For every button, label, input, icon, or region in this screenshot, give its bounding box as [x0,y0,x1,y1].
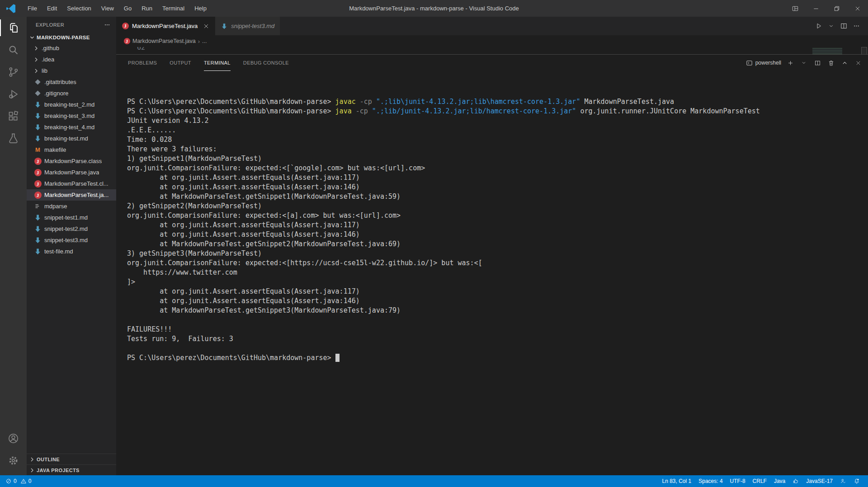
close-panel-icon[interactable] [854,58,863,67]
tree-root-folder[interactable]: MARKDOWN-PARSE [27,33,116,42]
notifications-bell-icon[interactable] [850,475,863,487]
tree-item--github[interactable]: .github [27,42,116,54]
layout-icon[interactable] [785,0,806,17]
search-icon[interactable] [0,39,27,61]
root-folder-label: MARKDOWN-PARSE [37,35,90,40]
tree-item-snippet-test3-md[interactable]: snippet-test3.md [27,234,116,246]
source-control-icon[interactable] [0,61,27,83]
sidebar-title: EXPLORER [36,22,64,28]
editor-strip[interactable]: 62 [116,47,868,54]
sidebar-sections: OUTLINEJAVA PROJECTS [27,454,116,475]
terminal-line: PS C:\Users\perez\Documents\GitHub\markd… [127,353,868,363]
terminal-line: .E.E.E...... [127,126,868,135]
tree-item-breaking-test-2-md[interactable]: breaking-test_2.md [27,99,116,110]
feedback-icon[interactable] [836,475,850,487]
tree-item-test-file-md[interactable]: test-file.md [27,246,116,257]
tree-item-lib[interactable]: lib [27,65,116,76]
more-actions-icon[interactable] [851,21,862,32]
tree-item--gitignore[interactable]: .gitignore [27,88,116,99]
menu-run[interactable]: Run [137,0,157,17]
tree-item-snippet-test1-md[interactable]: snippet-test1.md [27,212,116,223]
terminal-line: at org.junit.Assert.assertEquals(Assert.… [127,287,868,296]
java-runtime[interactable]: JavaSE-17 [802,475,836,487]
account-icon[interactable] [0,427,27,450]
restore-icon[interactable] [826,0,847,17]
settings-gear-icon[interactable] [0,450,27,472]
tab-markdownparsetest-java[interactable]: JMarkdownParseTest.java [116,17,215,35]
editor-scrollbar[interactable] [861,47,867,54]
markdown-file-icon [34,248,42,255]
tab-snippet-test3-md[interactable]: snippet-test3.md [215,17,280,35]
menu-help[interactable]: Help [189,0,212,17]
markdown-file-icon [34,123,42,131]
tree-item-mdparse[interactable]: mdparse [27,201,116,212]
encoding[interactable]: UTF-8 [726,475,749,487]
eol[interactable]: CRLF [749,475,770,487]
activity-bar [0,17,27,475]
terminal-dropdown-icon[interactable] [799,58,808,67]
section-outline[interactable]: OUTLINE [27,454,116,464]
terminal-line: at MarkdownParseTest.getSnippet3(Markdow… [127,306,868,315]
menu-file[interactable]: File [23,0,42,17]
terminal-shell-chip[interactable]: powershell [746,60,781,66]
tree-item-markdownparse-java[interactable]: JMarkdownParse.java [27,167,116,178]
close-tab-icon[interactable] [203,23,210,30]
tree-item--gitattributes[interactable]: .gitattributes [27,76,116,88]
tree-item-label: .github [42,45,59,52]
tree-item-markdownparse-class[interactable]: JMarkdownParse.class [27,155,116,167]
maximize-panel-icon[interactable] [840,58,849,67]
panel-header: PROBLEMSOUTPUTTERMINALDEBUG CONSOLE powe… [116,55,868,71]
panel-tab-output[interactable]: OUTPUT [170,55,191,71]
language-mode[interactable]: Java [770,475,789,487]
tree-item-breaking-test-4-md[interactable]: breaking-test_4.md [27,122,116,133]
run-java-button[interactable] [813,21,824,32]
chevron-right-icon [28,467,36,474]
terminal-line [127,315,868,325]
cursor-position[interactable]: Ln 83, Col 1 [659,475,695,487]
tree-item-label: breaking-test_3.md [44,112,94,119]
breadcrumb-more[interactable]: ... [202,38,207,44]
makefile-icon: M [34,146,42,154]
split-terminal-icon[interactable] [813,58,822,67]
run-debug-icon[interactable] [0,83,27,105]
run-dropdown-icon[interactable] [826,21,836,32]
tree-item-label: .gitattributes [44,79,76,85]
tree-item-breaking-test-md[interactable]: breaking-test.md [27,133,116,144]
tree-item-markdownparsetest-ja-[interactable]: JMarkdownParseTest.ja... [27,189,116,201]
java-status-thumb-icon[interactable] [789,475,802,487]
explorer-icon[interactable] [0,17,27,39]
java-file-icon: J [122,23,129,30]
menu-selection[interactable]: Selection [62,0,96,17]
tree-item-makefile[interactable]: Mmakefile [27,144,116,155]
tree-item-label: snippet-test2.md [44,225,88,232]
tree-item-markdownparsetest-cl-[interactable]: JMarkdownParseTest.cl... [27,178,116,189]
menu-terminal[interactable]: Terminal [157,0,189,17]
testing-icon[interactable] [0,127,27,150]
indentation[interactable]: Spaces: 4 [695,475,726,487]
minimize-icon[interactable] [806,0,826,17]
git-file-icon [34,78,42,86]
extensions-icon[interactable] [0,105,27,127]
panel-tab-terminal[interactable]: TERMINAL [204,55,231,71]
section-java-projects[interactable]: JAVA PROJECTS [27,464,116,475]
close-icon[interactable] [847,0,868,17]
panel-tab-debug-console[interactable]: DEBUG CONSOLE [243,55,289,71]
terminal-output[interactable]: PS C:\Users\perez\Documents\GitHub\markd… [116,71,868,475]
menu-go[interactable]: Go [119,0,137,17]
split-editor-icon[interactable] [838,21,849,32]
tree-item-breaking-test-3-md[interactable]: breaking-test_3.md [27,110,116,122]
warning-count: 0 [28,478,32,484]
chevron-right-icon [33,45,40,52]
kill-terminal-icon[interactable] [826,58,835,67]
menu-edit[interactable]: Edit [42,0,62,17]
tree-item--idea[interactable]: .idea [27,54,116,65]
editor-actions [813,17,868,35]
panel-tab-problems[interactable]: PROBLEMS [128,55,157,71]
problems-summary[interactable]: 0 0 [5,475,32,487]
tree-item-snippet-test2-md[interactable]: snippet-test2.md [27,223,116,234]
menu-view[interactable]: View [96,0,119,17]
explorer-more-actions-icon[interactable] [104,21,111,28]
breadcrumb-file[interactable]: MarkdownParseTest.java [132,38,196,44]
minimap[interactable] [812,48,842,54]
new-terminal-icon[interactable] [786,58,795,67]
